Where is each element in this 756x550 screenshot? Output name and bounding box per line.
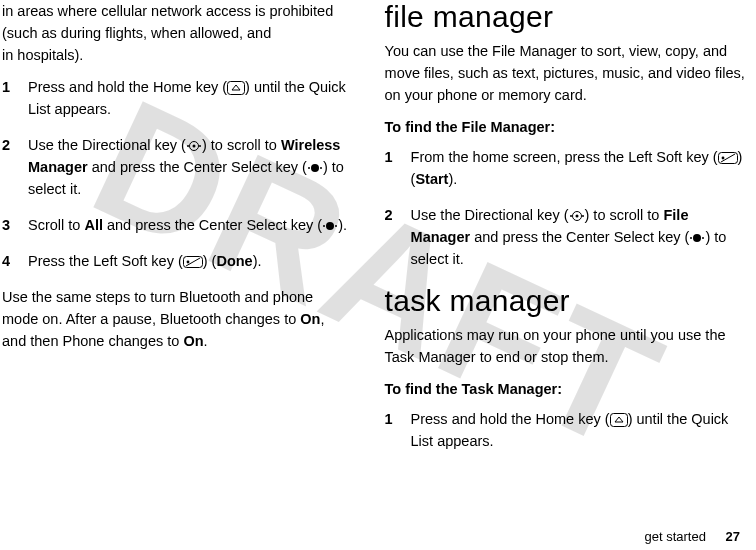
task-manager-intro: Applications may run on your phone until… (385, 324, 746, 368)
file-manager-heading: file manager (385, 0, 746, 34)
center-select-key-icon (689, 231, 705, 245)
center-select-key-icon (307, 161, 323, 175)
left-soft-key-icon (183, 256, 203, 268)
task-manager-lead: To find the Task Manager: (385, 378, 746, 400)
svg-point-10 (335, 225, 337, 227)
footer-section: get started (644, 529, 705, 544)
list-item: 1 From the home screen, press the Left S… (385, 146, 746, 190)
task-manager-steps: 1 Press and hold the Home key () until t… (385, 408, 746, 452)
list-item: 1 Press and hold the Home key () until t… (385, 408, 746, 452)
svg-point-5 (311, 164, 319, 172)
directional-key-icon (186, 139, 202, 153)
left-outro: Use the same steps to turn Bluetooth and… (2, 286, 349, 352)
file-manager-lead: To find the File Manager: (385, 116, 746, 138)
svg-rect-0 (228, 82, 245, 95)
list-item: 4 Press the Left Soft key () (Done). (2, 250, 349, 272)
svg-point-18 (575, 215, 578, 218)
left-soft-key-icon (718, 152, 738, 164)
svg-point-2 (192, 145, 195, 148)
svg-point-3 (187, 145, 189, 147)
svg-point-7 (320, 167, 322, 169)
page-content: in areas where cellular network access i… (0, 0, 756, 466)
file-manager-steps: 1 From the home screen, press the Left S… (385, 146, 746, 270)
page-footer: get started 27 (644, 529, 740, 544)
svg-point-6 (308, 167, 310, 169)
task-manager-heading: task manager (385, 284, 746, 318)
list-item: 3 Scroll to All and press the Center Sel… (2, 214, 349, 236)
left-steps: 1 Press and hold the Home key () until t… (2, 76, 349, 272)
right-column: file manager You can use the File Manage… (367, 0, 746, 466)
home-key-icon (610, 413, 628, 427)
svg-point-12 (186, 261, 189, 264)
svg-point-9 (323, 225, 325, 227)
svg-point-15 (721, 157, 724, 160)
center-select-key-icon (322, 219, 338, 233)
list-item: 2 Use the Directional key () to scroll t… (385, 204, 746, 270)
left-intro: in areas where cellular network access i… (2, 0, 349, 66)
svg-point-19 (570, 215, 572, 217)
svg-point-22 (690, 237, 692, 239)
svg-point-4 (199, 145, 201, 147)
directional-key-icon (569, 209, 585, 223)
list-item: 2 Use the Directional key () to scroll t… (2, 134, 349, 200)
file-manager-intro: You can use the File Manager to sort, vi… (385, 40, 746, 106)
list-item: 1 Press and hold the Home key () until t… (2, 76, 349, 120)
svg-point-21 (693, 234, 701, 242)
svg-point-8 (326, 222, 334, 230)
svg-rect-24 (610, 414, 627, 427)
svg-point-20 (582, 215, 584, 217)
footer-page-number: 27 (726, 529, 740, 544)
left-column: in areas where cellular network access i… (2, 0, 367, 466)
home-key-icon (227, 81, 245, 95)
